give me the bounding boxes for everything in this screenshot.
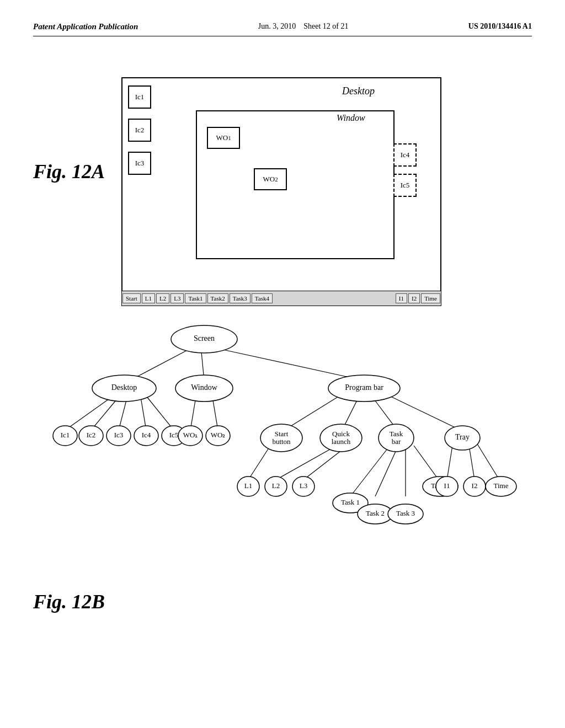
node-l1: L1 — [244, 481, 252, 490]
node-desktop: Desktop — [111, 383, 137, 392]
svg-line-9 — [212, 397, 218, 430]
icon-ic3: Ic3 — [128, 152, 151, 175]
svg-line-10 — [284, 396, 339, 430]
svg-line-5 — [119, 398, 127, 430]
node-window: Window — [191, 383, 218, 392]
node-task-bar-2: bar — [392, 437, 401, 446]
svg-line-23 — [477, 444, 499, 480]
patent-number: US 2010/134416 A1 — [468, 22, 532, 31]
node-l2: L2 — [272, 481, 280, 490]
svg-line-0 — [130, 349, 190, 381]
taskbar-start[interactable]: Start — [122, 293, 141, 303]
header-center: Jun. 3, 2010 Sheet 12 of 21 — [258, 22, 349, 31]
taskbar-task2: Task2 — [207, 293, 228, 303]
desktop-label: Desktop — [342, 85, 375, 97]
node-task1: Task 1 — [341, 498, 360, 506]
node-ic3: Ic3 — [114, 431, 124, 439]
taskbar-l1: L1 — [142, 293, 155, 303]
node-task2: Task 2 — [366, 509, 385, 517]
node-quick-launch: Quick — [332, 430, 350, 438]
taskbar-task1: Task1 — [185, 293, 206, 303]
fig-12a-label: Fig. 12A — [33, 160, 105, 183]
svg-line-3 — [65, 396, 113, 430]
wo2-object: WO2 — [254, 168, 287, 190]
node-i1: I1 — [444, 481, 450, 490]
svg-line-20 — [414, 446, 439, 480]
node-quick-launch-2: launch — [332, 437, 351, 446]
header-sheet: Sheet 12 of 21 — [303, 22, 348, 30]
node-ic5: Ic5 — [169, 431, 179, 439]
node-screen: Screen — [194, 334, 215, 342]
window-label: Window — [337, 113, 365, 123]
tree-diagram: Screen Desktop Window Program bar Ic1 Ic… — [33, 320, 530, 585]
icon-ic5: Ic5 — [393, 174, 417, 197]
header-date: Jun. 3, 2010 — [258, 22, 296, 30]
node-i2: I2 — [472, 481, 478, 490]
taskbar-i2: I2 — [408, 293, 420, 303]
svg-line-22 — [469, 446, 475, 480]
node-wo2: WO₂ — [211, 431, 226, 439]
taskbar: Start L1 L2 L3 Task1 Task2 Task3 Task4 I… — [121, 291, 441, 306]
taskbar-task3: Task3 — [230, 293, 250, 303]
node-l3: L3 — [300, 481, 307, 490]
svg-line-21 — [447, 446, 452, 480]
taskbar-i1: I1 — [396, 293, 407, 303]
wo1-object: WO1 — [207, 127, 240, 149]
node-tray: Tray — [455, 433, 470, 441]
node-start-button: Start — [275, 430, 289, 438]
node-task-bar: Task — [390, 430, 403, 438]
icon-ic4: Ic4 — [393, 143, 417, 167]
taskbar-task4: Task4 — [252, 293, 273, 303]
fig-12b-label: Fig. 12B — [33, 590, 105, 613]
svg-line-14 — [248, 446, 270, 480]
taskbar-l2: L2 — [156, 293, 169, 303]
node-start-button-2: button — [272, 437, 291, 446]
icon-ic2: Ic2 — [128, 119, 151, 142]
node-ic2: Ic2 — [87, 431, 96, 439]
svg-line-6 — [141, 397, 146, 430]
node-ic1: Ic1 — [61, 431, 70, 439]
svg-line-2 — [218, 349, 364, 381]
node-wo1: WO₁ — [183, 431, 198, 439]
node-task3: Task 3 — [396, 509, 415, 517]
svg-line-18 — [375, 448, 397, 496]
svg-line-7 — [146, 396, 174, 430]
node-ic4: Ic4 — [142, 431, 151, 439]
icon-ic1: Ic1 — [128, 85, 151, 109]
node-program-bar: Program bar — [345, 383, 383, 392]
node-time: Time — [494, 481, 509, 490]
taskbar-time: Time — [421, 293, 440, 303]
svg-line-17 — [350, 447, 389, 496]
svg-line-8 — [190, 397, 196, 430]
taskbar-l3: L3 — [170, 293, 184, 303]
publication-title: Patent Application Publication — [33, 22, 138, 31]
page-header: Patent Application Publication Jun. 3, 2… — [33, 22, 532, 36]
